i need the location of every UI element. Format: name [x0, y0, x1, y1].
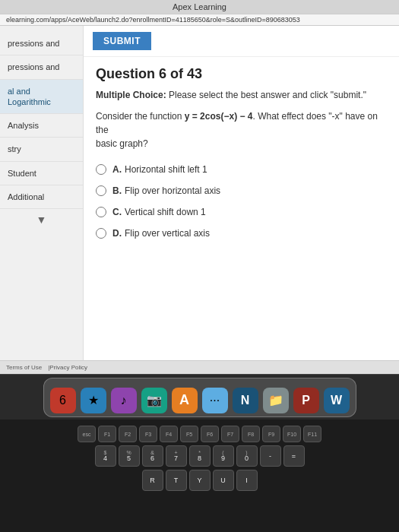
instruction-bold: Multiple Choice:	[96, 90, 166, 100]
key-equals[interactable]: =	[283, 445, 305, 467]
key-minus[interactable]: -	[260, 445, 281, 467]
key-r[interactable]: R	[142, 470, 163, 491]
key-f1[interactable]: F1	[98, 426, 116, 442]
terms-link[interactable]: Terms of Use	[6, 364, 42, 371]
dock-icon-a[interactable]: A	[172, 388, 198, 413]
privacy-link[interactable]: Privacy Policy	[49, 364, 87, 371]
mac-dock-area: 6 ★ ♪ 📷 A ··· N 📁 P W	[0, 374, 399, 420]
key-f8[interactable]: F8	[242, 426, 260, 442]
key-f3[interactable]: F3	[139, 426, 157, 442]
sidebar-scroll-down[interactable]: ▼	[0, 209, 83, 230]
question-text-prefix: Consider the function	[96, 111, 185, 122]
key-u[interactable]: U	[213, 470, 234, 491]
number-key-row: $4 %5 &6 +7 *8 (9 )0 - =	[9, 445, 390, 467]
dock-icon-camera[interactable]: 📷	[141, 388, 167, 413]
answer-text-a: Horizontal shift left 1	[125, 164, 207, 175]
radio-d[interactable]	[96, 228, 106, 239]
answer-text-c: Vertical shift down 1	[125, 207, 206, 217]
question-text: Consider the function y = 2cos(−x) − 4. …	[96, 109, 387, 150]
key-percent[interactable]: %5	[119, 445, 140, 467]
dock-icon-6[interactable]: 6	[50, 388, 76, 413]
sidebar-item-2[interactable]: pressions and	[0, 55, 83, 79]
submit-button[interactable]: SUBMIT	[93, 32, 151, 50]
browser-chrome: Apex Learning elearning.com/apps/AceWeb/…	[0, 0, 399, 26]
key-f11[interactable]: F11	[303, 426, 321, 442]
content-header: SUBMIT	[84, 26, 399, 57]
dock-icon-p[interactable]: P	[293, 388, 319, 413]
app-layout: pressions and pressions and al and Logar…	[0, 26, 399, 360]
answer-text-b: Flip over horizontal axis	[125, 185, 220, 196]
keyboard-area: esc F1 F2 F3 F4 F5 F6 F7 F8 F9 F10 F11 $…	[0, 420, 399, 532]
key-i[interactable]: I	[236, 470, 258, 491]
dock-icon-folder[interactable]: 📁	[263, 388, 289, 413]
key-esc[interactable]: esc	[78, 426, 96, 442]
answer-option-a: A. Horizontal shift left 1	[96, 164, 387, 175]
sidebar-item-student[interactable]: Student	[0, 162, 83, 185]
dock-icon-music[interactable]: ♪	[111, 388, 137, 413]
key-star[interactable]: *8	[189, 445, 211, 467]
answer-option-c: C. Vertical shift down 1	[96, 207, 387, 217]
sidebar-item-additional[interactable]: Additional	[0, 185, 83, 209]
sidebar-item-1[interactable]: pressions and	[0, 32, 83, 55]
dock-icon-dots[interactable]: ···	[202, 388, 228, 413]
key-f6[interactable]: F6	[201, 426, 219, 442]
answer-options: A. Horizontal shift left 1 B. Flip over …	[96, 164, 387, 239]
question-body: Question 6 of 43 Multiple Choice: Please…	[84, 57, 399, 258]
key-f2[interactable]: F2	[119, 426, 137, 442]
radio-b[interactable]	[96, 185, 106, 196]
dock: 6 ★ ♪ 📷 A ··· N 📁 P W	[43, 378, 356, 417]
key-rparen[interactable]: )0	[236, 445, 258, 467]
question-text-line2: basic graph?	[96, 138, 148, 149]
key-dollar[interactable]: $4	[95, 445, 116, 467]
key-t[interactable]: T	[166, 470, 187, 491]
answer-letter-c: C.	[112, 207, 122, 217]
dock-icon-w[interactable]: W	[324, 388, 350, 413]
main-content: SUBMIT Question 6 of 43 Multiple Choice:…	[84, 26, 399, 360]
radio-a[interactable]	[96, 164, 106, 175]
question-instruction: Multiple Choice: Please select the best …	[96, 90, 387, 100]
question-formula: y = 2cos(−x) − 4	[185, 111, 253, 122]
bottom-bar: Terms of Use | Privacy Policy	[0, 360, 399, 374]
key-amp[interactable]: &6	[142, 445, 163, 467]
answer-letter-d: D.	[112, 228, 122, 239]
answer-text-d: Flip over vertical axis	[125, 228, 210, 239]
answer-letter-a: A.	[112, 164, 122, 175]
instruction-rest: Please select the best answer and click …	[166, 90, 366, 100]
dock-icon-n[interactable]: N	[233, 388, 258, 413]
browser-address-bar[interactable]: elearning.com/apps/AceWeb/launch2.do?enr…	[0, 14, 399, 26]
question-title: Question 6 of 43	[96, 66, 387, 82]
sidebar-item-analysis[interactable]: Analysis	[0, 114, 83, 138]
answer-letter-b: B.	[112, 185, 122, 196]
key-lparen[interactable]: (9	[213, 445, 234, 467]
key-f10[interactable]: F10	[283, 426, 301, 442]
radio-c[interactable]	[96, 207, 106, 217]
browser-title: Apex Learning	[0, 0, 399, 14]
sidebar-item-logarithmic[interactable]: al and Logarithmic	[0, 80, 83, 115]
key-f9[interactable]: F9	[262, 426, 280, 442]
key-f7[interactable]: F7	[221, 426, 239, 442]
key-f5[interactable]: F5	[180, 426, 198, 442]
letter-key-row: R T Y U I	[9, 470, 390, 491]
answer-option-d: D. Flip over vertical axis	[96, 228, 387, 239]
key-plus[interactable]: +7	[166, 445, 187, 467]
answer-option-b: B. Flip over horizontal axis	[96, 185, 387, 196]
key-f4[interactable]: F4	[160, 426, 178, 442]
fn-key-row: esc F1 F2 F3 F4 F5 F6 F7 F8 F9 F10 F11	[9, 426, 390, 442]
key-y[interactable]: Y	[189, 470, 211, 491]
dock-icon-star[interactable]: ★	[81, 388, 106, 413]
sidebar-item-stry[interactable]: stry	[0, 138, 83, 161]
sidebar: pressions and pressions and al and Logar…	[0, 26, 84, 360]
